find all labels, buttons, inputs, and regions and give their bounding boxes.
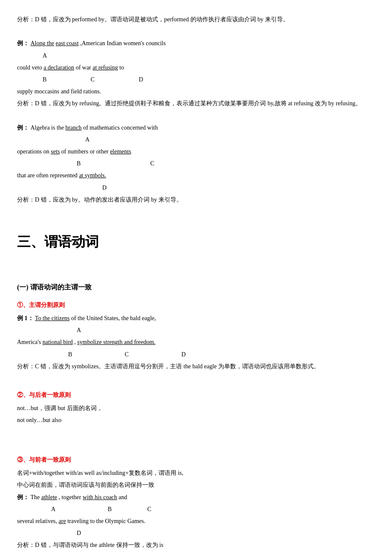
could-veto: could veto: [17, 64, 43, 71]
example-4-label-a-line: A: [77, 325, 375, 335]
of-us-text: of the United States, the bald eagle,: [71, 315, 156, 321]
east-coast-text: east coast: [56, 40, 79, 46]
example-2-line2: could veto a declaration of war at refus…: [17, 62, 375, 73]
americas-text: America's: [17, 339, 43, 345]
example-5-labels-abc: A B C: [17, 504, 375, 515]
example-3-label-d: D: [102, 182, 375, 193]
rule-1-block: ①、主谓分割原则: [17, 300, 375, 310]
rule-3-text1: 名词+with/together with/as well as/includi…: [17, 468, 375, 478]
symbolize-text: symbolize strength and freedom.: [77, 339, 156, 345]
example-3-line1: 例： Algebra is the branch of mathematics …: [17, 122, 375, 133]
with-his-coach: with his coach: [83, 494, 117, 500]
the-text: The: [31, 494, 41, 500]
along-the: Along the: [31, 40, 55, 46]
example-5-block: 例： The athlete , together with his coach…: [17, 492, 375, 539]
example-4-labels-bcd: B C D: [17, 349, 375, 360]
example-5-line2: several relatives, are traveling to the …: [17, 516, 375, 526]
and-text: and: [118, 494, 127, 500]
at-symbols-text: at symbols.: [79, 172, 106, 179]
example-2-line1: 例： Along the east coast ,American Indian…: [17, 38, 375, 49]
subsection-1-header: (一) 谓语动词的主谓一致: [17, 281, 375, 294]
example-3-block: 例： Algebra is the branch of mathematics …: [17, 122, 375, 193]
rule-3-text2: 中心词在前面，谓语动词应该与前面的名词保持一致: [17, 480, 375, 490]
example-3-labels-bc: B C: [17, 158, 375, 169]
example-4-block: 例 1： To the citizens of the United State…: [17, 313, 375, 360]
analysis-4-text: 分析：C 错，应改为 symbolizes。主语谓语用逗号分割开，主语 the …: [17, 361, 375, 372]
rule-2-title: ②、与后者一致原则: [17, 390, 375, 400]
sets-text: sets: [51, 148, 60, 155]
example-3-label-a-line: A: [85, 134, 375, 145]
branch-text: branch: [66, 124, 82, 131]
section-3-title: 三、谓语动词: [17, 230, 375, 254]
rest-line1: ,American Indian women's councils: [80, 40, 166, 46]
section-3-header: 三、谓语动词: [17, 230, 375, 254]
traveling-text: traveling to the Olympic Games.: [67, 518, 145, 524]
athlete-text: athlete: [41, 494, 57, 500]
to-text: to: [119, 64, 124, 71]
national-bird-text: national bird: [43, 339, 73, 345]
at-refusing: at refusing: [92, 64, 118, 71]
algebra-text: Algebra is the: [31, 124, 66, 131]
example-2-labels-bcd: B C D: [17, 74, 375, 85]
example-4-line1: 例 1： To the citizens of the United State…: [17, 313, 375, 324]
example-3-line3: that are often represented at symbols.: [17, 170, 375, 181]
of-war: of war: [76, 64, 93, 71]
example-prefix-4: 例 1：: [17, 315, 34, 321]
are-text: are: [59, 518, 66, 524]
analysis-5-block: 分析：D 错，与谓语动词与 the athlete 保持一致，改为 is: [17, 540, 375, 550]
operations-text: operations on: [17, 148, 51, 155]
several-relatives-text: several relatives,: [17, 518, 59, 524]
example-prefix-3: 例：: [17, 124, 29, 131]
of-numbers-text: of numbers or other: [61, 148, 110, 155]
a-declaration: a declaration: [43, 64, 74, 71]
analysis-4-block: 分析：C 错，应改为 symbolizes。主语谓语用逗号分割开，主语 the …: [17, 361, 375, 372]
analysis-5-text: 分析：D 错，与谓语动词与 the athlete 保持一致，改为 is: [17, 540, 375, 550]
example-2-label-a-line: A: [43, 50, 375, 61]
example-4-line2: America's national bird , symbolize stre…: [17, 337, 375, 347]
subsection-1-title: (一) 谓语动词的主谓一致: [17, 281, 375, 294]
rule-2-text1: not…but，强调 but 后面的名词，: [17, 403, 375, 413]
rule-3-title: ③、与前者一致原则: [17, 454, 375, 465]
rule-3-block: ③、与前者一致原则 名词+with/together with/as well …: [17, 454, 375, 491]
example-3-line2: operations on sets of numbers or other e…: [17, 146, 375, 157]
rule-2-text2: not only…but also: [17, 415, 375, 425]
analysis-2-block: 分析：D 错，应改为 by refusing。通过拒绝提供鞋子和粮食，表示通过某…: [17, 98, 375, 109]
elements-text: elements: [110, 148, 131, 155]
analysis-1-text: 分析：D 错，应改为 performed by。谓语动词是被动式，perform…: [17, 14, 375, 25]
example-prefix-5: 例：: [17, 494, 29, 500]
of-math-text: of mathematics concerned with: [83, 124, 158, 131]
example-2-line3: supply moccasins and field rations.: [17, 86, 375, 97]
example-2-block: 例： Along the east coast ,American Indian…: [17, 38, 375, 97]
analysis-2-text: 分析：D 错，应改为 by refusing。通过拒绝提供鞋子和粮食，表示通过某…: [17, 98, 375, 109]
analysis-1-block: 分析：D 错，应改为 performed by。谓语动词是被动式，perform…: [17, 14, 375, 25]
analysis-3-block: 分析：D 错，应改为 by。动作的发出者应该用介词 by 来引导。: [17, 194, 375, 205]
rule-2-block: ②、与后者一致原则 not…but，强调 but 后面的名词， not only…: [17, 390, 375, 426]
example-prefix-2: 例：: [17, 40, 29, 46]
example-5-label-d: D: [77, 528, 375, 538]
that-are-text: that are often represented: [17, 172, 79, 179]
rule-1-title: ①、主谓分割原则: [17, 300, 375, 310]
example-5-line1: 例： The athlete , together with his coach…: [17, 492, 375, 503]
to-the-citizens: To the citizens: [35, 315, 69, 321]
analysis-3-text: 分析：D 错，应改为 by。动作的发出者应该用介词 by 来引导。: [17, 194, 375, 205]
comma2-text: , together: [59, 494, 83, 500]
